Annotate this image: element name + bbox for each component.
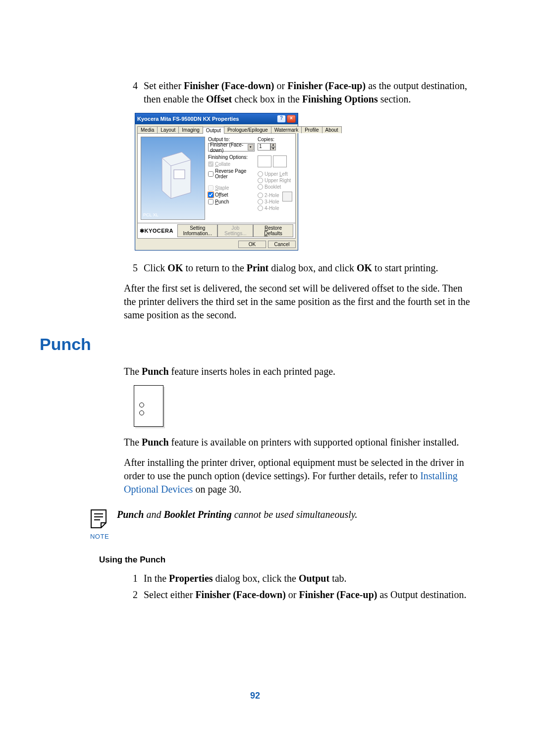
offset-checkbox[interactable]: Offset <box>208 192 255 198</box>
step-text: In the Properties dialog box, click the … <box>144 572 471 585</box>
3hole-radio: 3-Hole <box>258 199 280 204</box>
using-punch-heading: Using the Punch <box>99 555 471 565</box>
tab-imaging[interactable]: Imaging <box>178 126 203 133</box>
kyocera-logo: ✱KYOCERA <box>140 228 173 234</box>
upper-right-radio: Upper Right <box>258 178 292 183</box>
step-number: 4 <box>124 79 138 106</box>
punch-hole-icon <box>139 410 144 415</box>
cancel-button[interactable]: Cancel <box>268 241 296 248</box>
help-icon[interactable]: ? <box>277 115 286 123</box>
upper-left-radio: Upper Left <box>258 171 292 177</box>
punch-intro: The Punch feature inserts holes in each … <box>124 365 471 378</box>
punch-heading: Punch <box>40 335 471 354</box>
page-number: 92 <box>40 691 471 701</box>
step-number: 2 <box>124 588 138 602</box>
finishing-options-label: Finishing Options: <box>208 154 255 160</box>
dialog-titlebar: Kyocera Mita FS-9500DN KX Properties ? × <box>135 113 298 124</box>
copies-stepper[interactable]: 1 ▲▼ <box>258 143 292 151</box>
offset-explain: After the first set is delivered, the se… <box>124 282 471 322</box>
staple-layout-2-icon <box>273 155 287 167</box>
punch-supported: The Punch feature is available on printe… <box>124 436 471 449</box>
job-settings-button: Job Settings... <box>217 224 253 237</box>
booklet-radio: Booklet <box>258 184 292 190</box>
step-list: 1 In the Properties dialog box, click th… <box>124 572 471 602</box>
tab-layout[interactable]: Layout <box>157 126 179 133</box>
tab-profile[interactable]: Profile <box>301 126 322 133</box>
step-text: Click OK to return to the Print dialog b… <box>144 261 471 275</box>
punch-figure <box>134 385 163 427</box>
collate-checkbox: CCollateollate <box>208 161 255 167</box>
punch-hole-icon <box>139 403 144 407</box>
printer-icon <box>152 148 196 202</box>
dialog-title: Kyocera Mita FS-9500DN KX Properties <box>137 116 239 122</box>
tab-output[interactable]: Output <box>203 127 224 134</box>
setting-info-button[interactable]: Setting Information... <box>177 224 217 237</box>
note-icon <box>89 508 110 529</box>
ok-button[interactable]: OK <box>238 241 266 248</box>
staple-checkbox: Staple <box>208 185 255 191</box>
tab-prologue[interactable]: Prologue/Epilogue <box>224 126 271 133</box>
note-label: NOTE <box>89 533 110 540</box>
staple-position-icon <box>282 192 292 202</box>
step-list: 4 Set either Finisher (Face-down) or Fin… <box>124 79 471 106</box>
preview-label: PCL XL <box>143 213 159 218</box>
preview-pane: PCL XL <box>141 137 205 220</box>
step-number: 1 <box>124 572 138 585</box>
note-text: Punch and Booklet Printing cannot be use… <box>117 508 471 521</box>
punch-checkbox[interactable]: Punch <box>208 199 255 204</box>
punch-install: After installing the printer driver, opt… <box>124 456 471 496</box>
staple-layout-1-icon <box>258 155 271 167</box>
output-to-label: Output to: <box>208 137 255 142</box>
svg-rect-1 <box>174 170 185 179</box>
output-to-select[interactable]: Finisher (Face-down) ▾ <box>208 143 255 151</box>
step-number: 5 <box>124 261 138 275</box>
tab-row: Media Layout Imaging Output Prologue/Epi… <box>135 124 298 133</box>
step-text: Set either Finisher (Face-down) or Finis… <box>144 79 471 106</box>
2hole-radio: 2-Hole <box>258 193 280 198</box>
properties-dialog: Kyocera Mita FS-9500DN KX Properties ? ×… <box>135 113 298 251</box>
restore-defaults-button[interactable]: Restore Defaults <box>253 224 293 237</box>
tab-media[interactable]: Media <box>137 126 158 133</box>
step-text: Select either Finisher (Face-down) or Fi… <box>144 588 471 602</box>
step-list: 5 Click OK to return to the Print dialog… <box>124 261 471 275</box>
4hole-radio: 4-Hole <box>258 205 280 211</box>
chevron-down-icon: ▾ <box>248 144 254 151</box>
tab-watermark[interactable]: Watermark <box>271 126 302 133</box>
copies-label: Copies: <box>258 137 292 142</box>
close-icon[interactable]: × <box>287 115 296 123</box>
reverse-checkbox[interactable]: Reverse Page Order <box>208 168 255 179</box>
tab-about[interactable]: About <box>322 126 342 133</box>
